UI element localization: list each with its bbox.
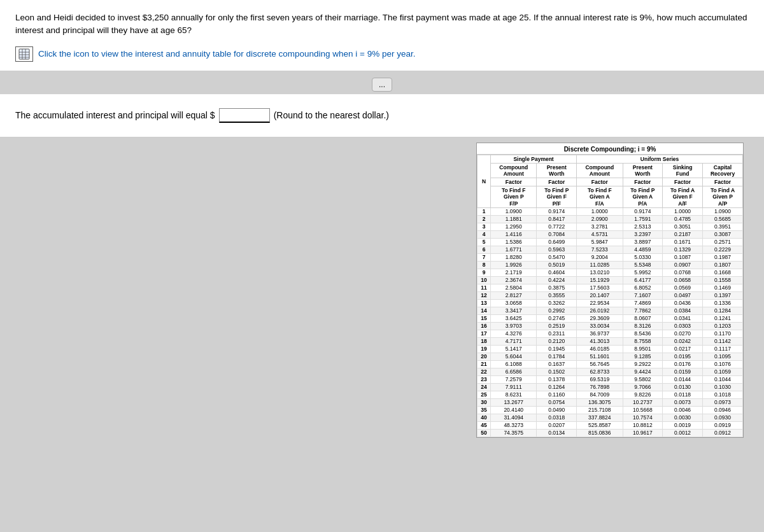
cell-af: 0.0130: [663, 383, 703, 391]
cell-af: 0.3051: [663, 223, 703, 230]
cell-pf: 0.8417: [537, 215, 577, 223]
cell-ap: 0.3087: [703, 230, 743, 238]
cell-fp: 1.2950: [491, 223, 537, 230]
to-find-af: To Find AGiven FA/F: [663, 186, 703, 208]
cell-af: 0.0384: [663, 307, 703, 314]
to-find-fp: To Find FGiven PF/P: [491, 186, 537, 208]
cell-n: 50: [478, 429, 491, 437]
cell-fa: 11.0285: [577, 261, 623, 269]
cell-af: 1.0000: [663, 207, 703, 215]
cell-pf: 0.0134: [537, 429, 577, 437]
cell-ap: 0.2571: [703, 238, 743, 246]
middle-section: The accumulated interest and principal w…: [0, 94, 764, 137]
cell-fa: 4.5731: [577, 230, 623, 238]
cell-n: 13: [478, 299, 491, 307]
cell-ap: 0.1397: [703, 291, 743, 299]
icon-click-text[interactable]: Click the icon to view the interest and …: [38, 49, 415, 59]
cell-pf: 0.1637: [537, 360, 577, 368]
cell-fa: 2.0900: [577, 215, 623, 223]
cell-fp: 1.5386: [491, 238, 537, 246]
cell-n: 14: [478, 307, 491, 314]
dots-button[interactable]: ...: [372, 78, 392, 92]
factor-fp-sub: Factor: [491, 178, 537, 186]
cell-fa: 337.8824: [577, 414, 623, 421]
cell-af: 0.0159: [663, 368, 703, 375]
cell-fa: 215.7108: [577, 406, 623, 414]
cell-fa: 56.7645: [577, 360, 623, 368]
cell-n: 21: [478, 360, 491, 368]
cell-ap: 0.1668: [703, 269, 743, 276]
table-row: 112.58040.387517.56036.80520.05690.1469: [478, 284, 743, 291]
cell-pa: 5.9952: [623, 269, 663, 276]
cell-fa: 815.0836: [577, 429, 623, 437]
cell-pf: 0.7722: [537, 223, 577, 230]
cell-fp: 6.6586: [491, 368, 537, 375]
answer-input[interactable]: [219, 108, 270, 123]
cell-pa: 9.4424: [623, 368, 663, 375]
cell-pa: 1.7591: [623, 215, 663, 223]
cell-pf: 0.1945: [537, 345, 577, 353]
cell-pa: 7.7862: [623, 307, 663, 314]
answer-label: The accumulated interest and principal w…: [15, 110, 215, 120]
cell-fa: 29.3609: [577, 314, 623, 322]
cell-fp: 3.3417: [491, 307, 537, 314]
cell-ap: 0.1044: [703, 375, 743, 383]
cell-af: 0.0436: [663, 299, 703, 307]
to-find-pf: To Find PGiven FP/F: [537, 186, 577, 208]
cell-af: 0.0270: [663, 330, 703, 337]
cell-pf: 0.4224: [537, 276, 577, 284]
cell-fp: 2.5804: [491, 284, 537, 291]
table-row: 81.99260.501911.02855.53480.09070.1807: [478, 261, 743, 269]
table-row: 61.67710.59637.52334.48590.13290.2229: [478, 246, 743, 253]
n-header: N: [478, 155, 491, 207]
top-section: Leon and Heidi decided to invest $3,250 …: [0, 0, 764, 71]
cell-pf: 0.4604: [537, 269, 577, 276]
cell-pa: 10.7574: [623, 414, 663, 421]
cell-pa: 10.9617: [623, 429, 663, 437]
compound-amount-header: CompoundAmount: [491, 163, 537, 178]
cell-pf: 0.1502: [537, 368, 577, 375]
separator-row: ...: [0, 71, 764, 94]
cell-ap: 1.0900: [703, 207, 743, 215]
table-row: 122.81270.355520.14077.16070.04970.1397: [478, 291, 743, 299]
cell-ap: 0.3951: [703, 223, 743, 230]
cell-n: 4: [478, 230, 491, 238]
table-row: 3013.26770.0754136.307510.27370.00730.09…: [478, 398, 743, 406]
table-row: 174.32760.231136.97378.54360.02700.1170: [478, 330, 743, 337]
uniform-series-header: Uniform Series: [577, 155, 743, 163]
cell-fp: 2.3674: [491, 276, 537, 284]
cell-af: 0.0217: [663, 345, 703, 353]
cell-n: 23: [478, 375, 491, 383]
cell-fa: 525.8587: [577, 421, 623, 429]
to-find-ap: To Find AGiven PA/P: [703, 186, 743, 208]
cell-pf: 0.1160: [537, 391, 577, 398]
cell-n: 30: [478, 398, 491, 406]
cell-fa: 36.9737: [577, 330, 623, 337]
cell-n: 10: [478, 276, 491, 284]
cell-fp: 1.1881: [491, 215, 537, 223]
cell-n: 2: [478, 215, 491, 223]
cell-pa: 6.8052: [623, 284, 663, 291]
cell-fa: 7.5233: [577, 246, 623, 253]
cell-pf: 0.1264: [537, 383, 577, 391]
answer-row: The accumulated interest and principal w…: [15, 108, 749, 123]
table-icon[interactable]: [15, 46, 33, 62]
cell-ap: 0.0973: [703, 398, 743, 406]
cell-af: 0.0341: [663, 314, 703, 322]
problem-text: Leon and Heidi decided to invest $3,250 …: [15, 11, 749, 38]
cell-ap: 0.5685: [703, 215, 743, 223]
sinking-fund-header: SinkingFund: [663, 163, 703, 178]
cell-af: 0.0012: [663, 429, 703, 437]
cell-pf: 0.1784: [537, 353, 577, 360]
cell-af: 0.0497: [663, 291, 703, 299]
cell-pa: 8.0607: [623, 314, 663, 322]
to-find-fa: To Find FGiven AF/A: [577, 186, 623, 208]
cell-fa: 17.5603: [577, 284, 623, 291]
table-row: 31.29500.77223.27812.53130.30510.3951: [478, 223, 743, 230]
table-section: Discrete Compounding; i = 9% N Single Pa…: [0, 137, 764, 457]
cell-fp: 1.9926: [491, 261, 537, 269]
cell-fa: 13.0210: [577, 269, 623, 276]
cell-af: 0.2187: [663, 230, 703, 238]
cell-af: 0.0176: [663, 360, 703, 368]
cell-ap: 0.0946: [703, 406, 743, 414]
